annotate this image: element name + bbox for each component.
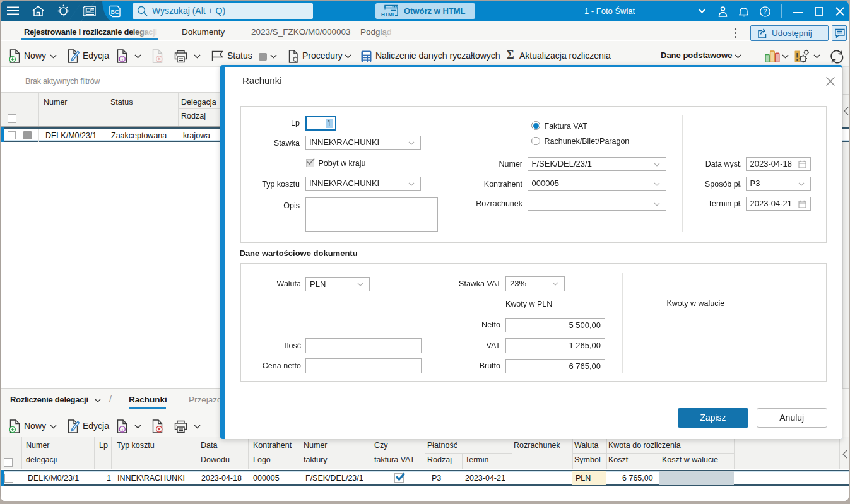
svg-text:BC: BC xyxy=(110,8,119,15)
svg-text:?: ? xyxy=(764,8,767,15)
svg-text:HTML: HTML xyxy=(381,12,396,18)
